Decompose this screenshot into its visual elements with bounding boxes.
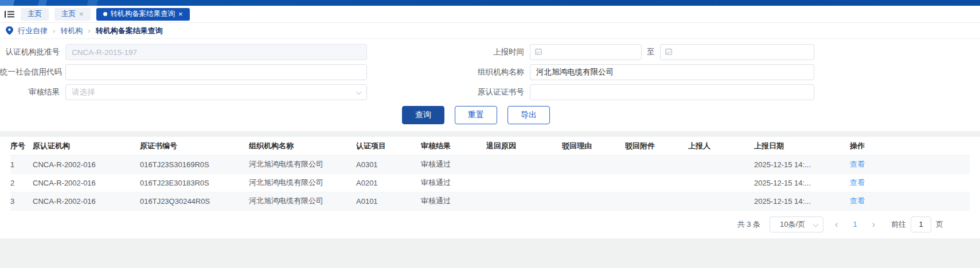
col-cert-project: 认证项目 (356, 137, 421, 155)
search-form: 认证机构批准号 上报时间 至 (0, 39, 980, 131)
cell-original-cert-no: 016TJ23Q30244R0S (140, 192, 249, 210)
cell-audit-result: 审核通过 (421, 155, 486, 174)
query-button[interactable]: 查询 (402, 106, 444, 124)
table-row: 1 CNCA-R-2002-016 016TJ23S30169R0S 河北旭鸿电… (10, 155, 970, 174)
close-icon[interactable]: × (178, 10, 183, 18)
cell-original-cert-no: 016TJ23S30169R0S (140, 155, 249, 174)
calendar-icon (535, 47, 542, 57)
col-reject-attachment: 驳回附件 (625, 137, 688, 155)
cell-cert-project: A0201 (356, 174, 421, 192)
breadcrumb-item-industry-self-discipline[interactable]: 行业自律 (18, 26, 48, 36)
goto-page: 前往 页 (891, 216, 943, 232)
table-row: 3 CNCA-R-2002-016 016TJ23Q30244R0S 河北旭鸿电… (10, 192, 970, 210)
breadcrumb: 行业自律 › 转机构 › 转机构备案结果查询 (0, 23, 980, 39)
menu-fold-icon[interactable] (5, 10, 15, 19)
cell-return-reason (486, 192, 562, 210)
cell-report-date: 2025-12-15 14:... (754, 155, 850, 174)
section-divider (0, 131, 980, 137)
col-action: 操作 (850, 137, 970, 155)
field-label-original-cert-no: 原认证证书号 (470, 87, 530, 97)
page-size-select[interactable]: 10条/页 (770, 216, 823, 232)
tab-label: 主页 (61, 9, 76, 19)
view-link[interactable]: 查看 (850, 178, 865, 187)
cell-return-reason (486, 174, 562, 192)
tab-bar: 主页 主页 × 转机构备案结果查询 × (0, 6, 980, 23)
breadcrumb-item-transfer-org[interactable]: 转机构 (60, 26, 83, 36)
results-table: 序号 原认证机构 原证书编号 组织机构名称 认证项目 审核结果 退回原因 驳回理… (10, 137, 970, 211)
cell-reporter (688, 192, 754, 210)
close-icon[interactable]: × (79, 10, 84, 18)
select-placeholder: 请选择 (72, 87, 95, 97)
report-time-end-input[interactable] (660, 44, 815, 60)
cell-report-date: 2025-12-15 14:... (754, 174, 850, 192)
cell-seq: 3 (10, 192, 33, 210)
tab-home-2[interactable]: 主页 × (54, 8, 91, 21)
col-seq: 序号 (10, 137, 33, 155)
view-link[interactable]: 查看 (850, 196, 865, 205)
cell-cert-project: A0301 (356, 155, 421, 174)
cell-seq: 2 (10, 174, 33, 192)
form-actions: 查询 重置 导出 (0, 106, 952, 124)
cell-return-reason (486, 155, 562, 174)
cell-org-name: 河北旭鸿电缆有限公司 (249, 192, 356, 210)
breadcrumb-separator-icon: › (53, 26, 55, 35)
page-size-value: 10条/页 (780, 219, 805, 230)
next-page-icon[interactable]: › (869, 219, 879, 230)
location-pin-icon (6, 26, 13, 35)
cell-report-date: 2025-12-15 14:... (754, 192, 850, 210)
cell-original-org: CNCA-R-2002-016 (33, 192, 140, 210)
cell-reporter (688, 174, 754, 192)
pagination-total: 共 3 条 (737, 219, 760, 230)
col-original-cert-no: 原证书编号 (140, 137, 249, 155)
field-label-report-time: 上报时间 (470, 47, 530, 57)
original-cert-no-input[interactable] (530, 84, 814, 100)
cell-reject-attachment (625, 155, 688, 174)
export-button[interactable]: 导出 (507, 106, 550, 124)
cell-audit-result: 审核通过 (421, 192, 486, 210)
cell-original-cert-no: 016TJ23E30183R0S (140, 174, 249, 192)
field-label-approval-no: 认证机构批准号 (0, 47, 65, 57)
cell-org-name: 河北旭鸿电缆有限公司 (249, 174, 356, 192)
date-range-separator: 至 (647, 47, 655, 57)
pagination: 共 3 条 10条/页 ‹ 1 › 前往 页 (10, 211, 970, 238)
audit-result-select[interactable]: 请选择 (65, 84, 367, 100)
cell-cert-project: A0101 (356, 192, 421, 210)
cell-reject-reason (562, 192, 625, 210)
cell-original-org: CNCA-R-2002-016 (33, 174, 140, 192)
reset-button[interactable]: 重置 (455, 106, 497, 124)
view-link[interactable]: 查看 (850, 160, 865, 168)
credit-code-input[interactable] (65, 64, 367, 80)
cell-audit-result: 审核通过 (421, 174, 486, 192)
goto-page-input[interactable] (911, 216, 931, 232)
prev-page-icon[interactable]: ‹ (831, 219, 841, 230)
active-dot (103, 12, 107, 16)
tab-home-1[interactable]: 主页 (21, 8, 49, 21)
col-audit-result: 审核结果 (421, 137, 486, 155)
col-reject-reason: 驳回理由 (562, 137, 625, 155)
breadcrumb-separator-icon: › (88, 26, 90, 35)
goto-label: 前往 (891, 219, 906, 230)
field-label-credit-code: 统一社会信用代码 (0, 67, 65, 77)
calendar-icon (665, 47, 672, 57)
chevron-down-icon (813, 221, 819, 227)
cell-original-org: CNCA-R-2002-016 (33, 155, 140, 174)
approval-no-input (65, 44, 367, 60)
tab-label: 主页 (28, 9, 42, 19)
top-decorative-bar (0, 0, 980, 6)
cell-org-name: 河北旭鸿电缆有限公司 (249, 155, 356, 174)
tab-transfer-filing-result-query[interactable]: 转机构备案结果查询 × (96, 8, 190, 21)
cell-reject-attachment (625, 192, 688, 210)
cell-reject-reason (562, 174, 625, 192)
col-original-org: 原认证机构 (33, 137, 140, 155)
col-return-reason: 退回原因 (486, 137, 562, 155)
field-label-audit-result: 审核结果 (0, 87, 65, 97)
col-report-date: 上报日期 (754, 137, 850, 155)
page-number-1[interactable]: 1 (849, 220, 860, 228)
col-reporter: 上报人 (688, 137, 754, 155)
breadcrumb-item-current: 转机构备案结果查询 (96, 26, 163, 36)
cell-seq: 1 (10, 155, 33, 174)
tab-label: 转机构备案结果查询 (111, 9, 175, 19)
report-time-start-input[interactable] (530, 44, 642, 60)
page-background (0, 238, 980, 268)
org-name-input[interactable] (530, 64, 814, 80)
